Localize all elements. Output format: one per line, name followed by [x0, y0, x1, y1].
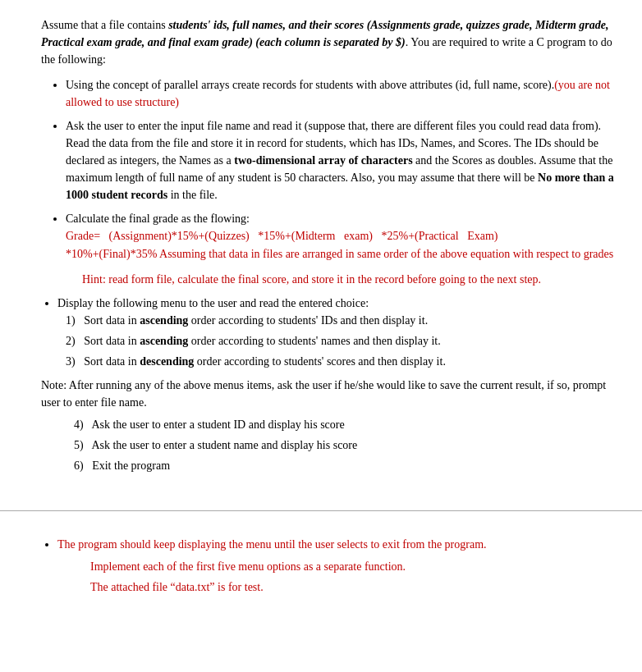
intro-text: Assume that a file contains students' id…: [41, 16, 617, 68]
menu-num-2: 2): [66, 335, 84, 347]
menu-4-text: Ask the user to enter a student ID and d…: [91, 418, 344, 431]
hint-text: Hint: read form file, calculate the fina…: [82, 271, 617, 288]
menu-item-5: 5) Ask the user to enter a student name …: [74, 437, 617, 454]
menu-num-1: 1): [66, 314, 84, 327]
list-item-parallel-arrays: Using the concept of parallel arrays cre…: [66, 76, 617, 111]
parallel-text: Using the concept of parallel arrays cre…: [66, 79, 554, 91]
menu-item-2: 2) Sort data in ascending order accordin…: [66, 332, 617, 350]
menu-intro-text: Display the following menu to the user a…: [57, 297, 369, 309]
two-dim-array-text: two-dimensional array of characters: [234, 154, 412, 167]
menu-item-4: 4) Ask the user to enter a student ID an…: [74, 416, 617, 433]
bottom-item-keep-displaying: The program should keep displaying the m…: [57, 536, 617, 553]
page-divider: [0, 510, 642, 511]
calculate-label: Calculate the final grade as the flowing…: [66, 213, 250, 225]
descending-1: descending: [140, 355, 194, 368]
intro-before: Assume that a file contains: [41, 19, 168, 31]
menu-5-text: Ask the user to enter a student name and…: [91, 439, 357, 451]
menu-num-5: 5): [74, 439, 91, 451]
menu-num-4: 4): [74, 418, 91, 431]
ascending-1: ascending: [140, 314, 188, 327]
menu-num-6: 6): [74, 459, 92, 472]
menu-item-6: 6) Exit the program: [74, 457, 617, 474]
menu-item-3: 3) Sort data in descending order accordi…: [66, 353, 617, 370]
list-item-file-input: Ask the user to enter the input file nam…: [66, 117, 617, 203]
note-text: Note: After running any of the above men…: [41, 377, 617, 411]
ascending-2: ascending: [140, 335, 188, 347]
exit-program-text: Exit the program: [92, 459, 170, 472]
menu-numbered-list: 1) Sort data in ascending order accordin…: [66, 312, 617, 370]
menu-num-3: 3): [66, 355, 84, 368]
menu-intro-item: Display the following menu to the user a…: [57, 295, 617, 370]
implement-functions-text: Implement each of the first five menu op…: [90, 558, 617, 575]
intro-paragraph: Assume that a file contains students' id…: [41, 16, 617, 68]
data-txt-text: The attached file “data.txt” is for test…: [90, 578, 617, 596]
bottom-content: The program should keep displaying the m…: [0, 528, 642, 615]
bottom-list: The program should keep displaying the m…: [57, 536, 617, 553]
list-item-grade: Calculate the final grade as the flowing…: [66, 210, 617, 264]
grade-formula: Grade= (Assignment)*15%+(Quizzes) *15%+(…: [66, 230, 613, 260]
main-content: Assume that a file contains students' id…: [0, 0, 642, 494]
requirement-list: Using the concept of parallel arrays cre…: [66, 76, 617, 264]
no-more-than-text: No more than a 1000 student records: [66, 171, 614, 201]
extra-menu-list: 4) Ask the user to enter a student ID an…: [74, 416, 617, 474]
menu-item-1: 1) Sort data in ascending order accordin…: [66, 312, 617, 329]
menu-section: Display the following menu to the user a…: [57, 295, 617, 370]
keep-displaying-text: The program should keep displaying the m…: [57, 538, 487, 551]
